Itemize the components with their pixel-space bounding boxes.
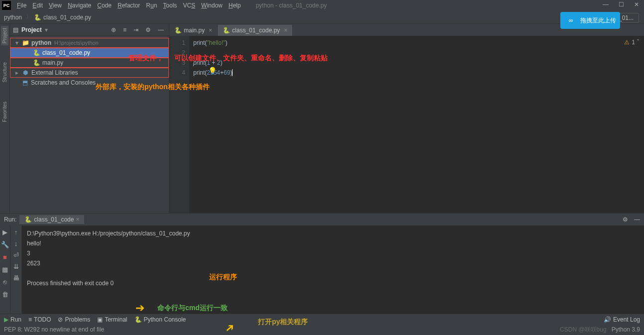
python-file-icon: 🐍 [34,14,41,21]
project-panel: ▤ Project ▾ ⊕ ≡ ⇥ ⚙ — ▾📁 python H:\proje… [10,24,169,213]
left-tool-strip: Project Structure Favorites [0,24,10,213]
tree-external-libraries[interactable]: ▸⬢ External Libraries [10,68,169,78]
print-icon[interactable]: 🖶 [13,274,19,282]
annotation-run: 运行程序 [209,273,237,282]
menu-code[interactable]: Code [94,1,115,10]
project-icon: ▤ [13,26,18,33]
project-title[interactable]: Project [21,26,42,33]
annotation-openpy: 打开py相关程序 [258,318,308,327]
close-icon[interactable]: × [76,216,79,223]
editor-area: 🐍 main.py × 🐍 class_01_code.py × 1 2 3 4… [169,24,644,213]
hide-icon[interactable]: — [634,216,640,223]
console-output[interactable]: D:\Python39\python.exe H:/projects/pytho… [22,225,644,314]
bottom-todo[interactable]: ≡TODO [28,316,51,323]
python-file-icon: 🐍 [32,59,40,66]
warning-icon: ⚠ [624,39,630,46]
tab-main[interactable]: 🐍 main.py × [169,25,218,36]
window-maximize[interactable]: ☐ [619,1,624,8]
menu-refactor[interactable]: Refactor [115,1,143,10]
bottom-terminal[interactable]: ▣Terminal [97,316,127,323]
collapse-icon[interactable]: ⇥ [131,26,140,33]
breadcrumb-root[interactable]: python [4,14,22,21]
breadcrumb-file[interactable]: class_01_code.py [43,14,91,21]
annotation-create: 可以创建文件、文件夹、重命名、删除、复制粘贴 [174,54,328,63]
annotation-cmdline: 命令行与cmd运行一致 [157,304,228,313]
bottom-toolbar: ▶Run ≡TODO ⊘Problems ▣Terminal 🐍Python C… [0,314,644,325]
bottom-run[interactable]: ▶Run [4,316,21,323]
down-icon[interactable]: ↓ [14,240,18,247]
trash-icon[interactable]: 🗑 [2,291,8,298]
bottom-problems[interactable]: ⊘Problems [58,316,90,323]
intention-bulb-icon[interactable]: 💡 [208,67,217,75]
exit-icon[interactable]: ⎋ [3,278,7,286]
python-file-icon: 🐍 [32,49,40,56]
breadcrumb: python 〉 🐍 class_01_code.py [0,11,644,24]
menu-edit[interactable]: Edit [29,1,46,10]
up-icon[interactable]: ↑ [14,228,18,236]
arrow-icon: ➔ [135,302,144,315]
close-icon[interactable]: × [209,27,212,34]
chevron-icon: ˆ [637,39,639,46]
bottom-python-console[interactable]: 🐍Python Console [134,316,186,323]
run-tool-window: Run: 🐍 class_01_code × ⚙ — ▶ 🔧 ■ ▦ ⎋ 🗑 ↑… [0,213,644,314]
window-minimize[interactable]: — [603,1,609,8]
run-tab[interactable]: 🐍 class_01_code × [19,215,84,224]
hide-icon[interactable]: — [156,26,166,33]
project-tree: ▾📁 python H:\projects\python 🐍 class_01_… [10,36,169,90]
annotation-external: 外部库，安装的python相关各种插件 [96,83,210,92]
python-version[interactable]: Python 3.9 [612,326,640,333]
tool-structure[interactable]: Structure [1,60,8,85]
menu-bar: PC File Edit View Navigate Code Refactor… [0,0,644,11]
watermark: CSDN @咲咲bug [560,326,607,334]
layout-icon[interactable]: ▦ [2,266,8,273]
python-file-icon: 🐍 [174,27,182,34]
python-file-icon: 🐍 [223,27,230,34]
close-icon[interactable]: × [284,27,287,34]
locate-icon[interactable]: ⊕ [109,26,118,33]
status-message: PEP 8: W292 no newline at end of file [4,326,104,333]
bottom-event-log[interactable]: 🔊Event Log [604,316,640,323]
menu-navigate[interactable]: Navigate [65,1,94,10]
inspection-badge[interactable]: ⚠ 1 ˆ [624,39,639,46]
cloud-icon: ∞ [564,14,577,27]
menu-tools[interactable]: Tools [160,1,180,10]
python-icon: 🐍 [24,216,32,223]
tool-favorites[interactable]: Favorites [1,100,8,124]
window-close[interactable]: ✕ [634,1,639,8]
window-title: python - class_01_code.py [256,2,327,9]
expand-icon[interactable]: ≡ [121,26,129,33]
tree-root[interactable]: ▾📁 python H:\projects\python [10,38,169,48]
tab-class01[interactable]: 🐍 class_01_code.py × [218,25,293,36]
menu-window[interactable]: Window [198,1,226,10]
menu-view[interactable]: View [46,1,65,10]
wrap-icon[interactable]: ⏎ [13,251,19,259]
scroll-icon[interactable]: ⇊ [13,263,19,270]
menu-vcs[interactable]: VCS [180,1,198,10]
rerun-icon[interactable]: ▶ [2,228,7,236]
status-bar: PEP 8: W292 no newline at end of file CS… [0,325,644,335]
upload-widget[interactable]: ∞ 拖拽至此上传 [560,12,620,29]
wrench-icon[interactable]: 🔧 [1,241,9,248]
app-logo: PC [2,1,11,10]
menu-file[interactable]: File [14,1,29,10]
stop-icon[interactable]: ■ [3,253,7,261]
annotation-manage: 管理文件， [129,54,163,63]
settings-icon[interactable]: ⚙ [143,26,153,33]
menu-help[interactable]: Help [226,1,244,10]
gear-icon[interactable]: ⚙ [623,216,628,223]
tool-project[interactable]: Project [1,26,8,45]
menu-run[interactable]: Run [143,1,160,10]
